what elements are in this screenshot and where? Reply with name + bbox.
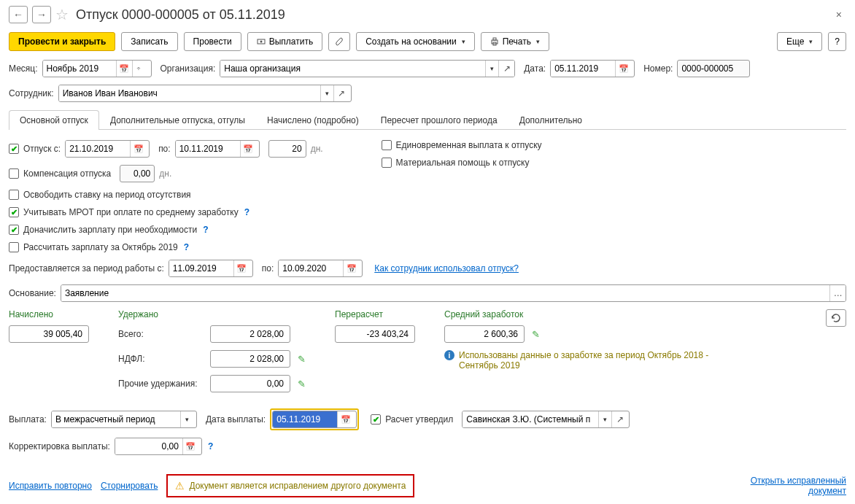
org-label: Организация: xyxy=(160,63,216,74)
edit-icon[interactable]: ✎ xyxy=(298,379,306,389)
create-based-button[interactable]: Создать на основании ▾ xyxy=(356,32,475,51)
corr-input[interactable] xyxy=(115,438,182,454)
close-icon[interactable]: × xyxy=(832,9,846,20)
create-based-label: Создать на основании xyxy=(365,36,457,47)
period-to-label: по: xyxy=(262,263,274,274)
ellipsis-icon[interactable]: … xyxy=(829,285,846,301)
usage-link[interactable]: Как сотрудник использовал отпуск? xyxy=(374,263,519,274)
vacation-to-input[interactable] xyxy=(176,141,240,157)
compensation-label: Компенсация отпуска xyxy=(23,168,111,179)
compensation-input[interactable] xyxy=(120,165,155,182)
calendar-icon[interactable]: 📅 xyxy=(343,260,359,276)
ndfl-value[interactable] xyxy=(210,350,290,368)
refresh-button[interactable] xyxy=(826,309,846,327)
employee-input[interactable] xyxy=(59,85,320,101)
payment-type-input[interactable] xyxy=(52,411,180,427)
spinner-icon[interactable]: ÷ xyxy=(132,61,145,77)
open-corrected-link[interactable]: Открыть исправленный документ xyxy=(737,476,846,496)
period-from-input[interactable] xyxy=(169,260,233,276)
freerate-checkbox[interactable] xyxy=(9,190,19,200)
payment-date-input[interactable] xyxy=(273,411,337,427)
calc-oct-checkbox[interactable] xyxy=(9,242,19,252)
material-checkbox[interactable] xyxy=(382,158,392,168)
tab-main-vacation[interactable]: Основной отпуск xyxy=(9,110,99,130)
other-label: Прочие удержания: xyxy=(118,379,206,389)
calendar-icon[interactable]: 📅 xyxy=(240,141,256,157)
period-to-input[interactable] xyxy=(279,260,343,276)
compensation-checkbox[interactable] xyxy=(9,168,19,179)
chevron-down-icon[interactable]: ▾ xyxy=(320,85,333,101)
accrued-value[interactable] xyxy=(9,325,89,343)
save-button[interactable]: Записать xyxy=(121,32,177,51)
avg-value[interactable] xyxy=(444,325,525,343)
warning-text: Документ является исправлением другого д… xyxy=(189,481,406,491)
calendar-icon[interactable]: 📅 xyxy=(337,411,353,427)
calendar-icon[interactable]: 📅 xyxy=(130,141,146,157)
chevron-down-icon[interactable]: ▾ xyxy=(180,411,193,427)
calc-oct-label: Рассчитать зарплату за Октябрь 2019 xyxy=(23,242,178,252)
pay-button[interactable]: Выплатить xyxy=(247,32,323,51)
total-value[interactable] xyxy=(210,325,290,343)
edit-icon[interactable]: ✎ xyxy=(298,354,306,365)
print-button[interactable]: Печать ▾ xyxy=(481,32,549,51)
other-value[interactable] xyxy=(210,375,290,392)
approved-checkbox[interactable] xyxy=(371,414,381,424)
month-input[interactable] xyxy=(43,61,116,77)
favorite-icon[interactable]: ☆ xyxy=(55,6,69,23)
help-icon[interactable]: ? xyxy=(244,207,249,217)
accrue-checkbox[interactable] xyxy=(9,225,19,235)
tab-recalc[interactable]: Пересчет прошлого периода xyxy=(370,110,508,130)
calendar-icon[interactable]: 📅 xyxy=(116,61,132,77)
page-title: Отпуск 0000-000005 от 05.11.2019 xyxy=(76,7,285,23)
days-input[interactable] xyxy=(268,140,306,158)
period-label: Предоставляется за период работы с: xyxy=(9,263,164,274)
footer: Исправить повторно Сторнировать ⚠ Докуме… xyxy=(9,474,846,497)
calendar-icon[interactable]: 📅 xyxy=(233,260,249,276)
open-icon[interactable]: ↗ xyxy=(611,411,627,427)
help-icon[interactable]: ? xyxy=(208,441,213,451)
help-icon[interactable]: ? xyxy=(184,242,189,252)
payment-label: Выплата: xyxy=(9,414,47,424)
calendar-icon[interactable]: 📅 xyxy=(615,61,631,77)
back-button[interactable]: ← xyxy=(9,6,28,23)
post-button[interactable]: Провести xyxy=(184,32,241,51)
onetime-checkbox[interactable] xyxy=(382,140,392,150)
edit-icon[interactable]: ✎ xyxy=(532,329,540,340)
reason-input[interactable] xyxy=(61,285,830,301)
total-label: Всего: xyxy=(118,329,206,339)
tab-extra[interactable]: Дополнительно xyxy=(508,110,593,130)
open-icon[interactable]: ↗ xyxy=(498,61,514,77)
tab-additional[interactable]: Дополнительные отпуска, отгулы xyxy=(99,110,256,130)
ndfl-label: НДФЛ: xyxy=(118,354,206,364)
org-input[interactable] xyxy=(220,61,485,77)
tab-accrued[interactable]: Начислено (подробно) xyxy=(256,110,370,130)
chevron-down-icon[interactable]: ▾ xyxy=(598,411,611,427)
fix-again-link[interactable]: Исправить повторно xyxy=(9,481,92,491)
help-icon[interactable]: ? xyxy=(203,225,208,235)
recalc-label: Перерасчет xyxy=(335,309,415,319)
vacation-checkbox[interactable] xyxy=(9,144,19,154)
vacation-from-label: Отпуск с: xyxy=(23,144,61,154)
more-button[interactable]: Еще ▾ xyxy=(777,32,822,51)
date-input[interactable] xyxy=(551,61,615,77)
forward-button[interactable]: → xyxy=(32,6,51,23)
withheld-label: Удержано xyxy=(118,309,306,319)
help-button[interactable]: ? xyxy=(828,32,846,51)
open-icon[interactable]: ↗ xyxy=(333,85,349,101)
approved-label: Расчет утвердил xyxy=(385,414,453,424)
storno-link[interactable]: Сторнировать xyxy=(101,481,158,491)
chevron-down-icon[interactable]: ▾ xyxy=(485,61,498,77)
corr-label: Корректировка выплаты: xyxy=(9,441,110,451)
tab-content: Отпуск с: 📅 по: 📅 дн. Компенсация отпуск… xyxy=(9,139,846,464)
approver-input[interactable] xyxy=(463,411,598,427)
number-input[interactable] xyxy=(677,60,750,77)
calendar-icon[interactable]: 📅 xyxy=(182,438,198,454)
attach-button[interactable] xyxy=(328,32,350,51)
post-close-button[interactable]: Провести и закрыть xyxy=(9,32,115,51)
vacation-from-input[interactable] xyxy=(66,141,130,157)
recalc-value[interactable] xyxy=(335,325,415,343)
header-bar: ← → ☆ Отпуск 0000-000005 от 05.11.2019 × xyxy=(9,6,846,23)
mrot-checkbox[interactable] xyxy=(9,207,19,217)
info-text: Использованы данные о заработке за перио… xyxy=(459,350,721,371)
comp-suffix: дн. xyxy=(159,168,171,179)
